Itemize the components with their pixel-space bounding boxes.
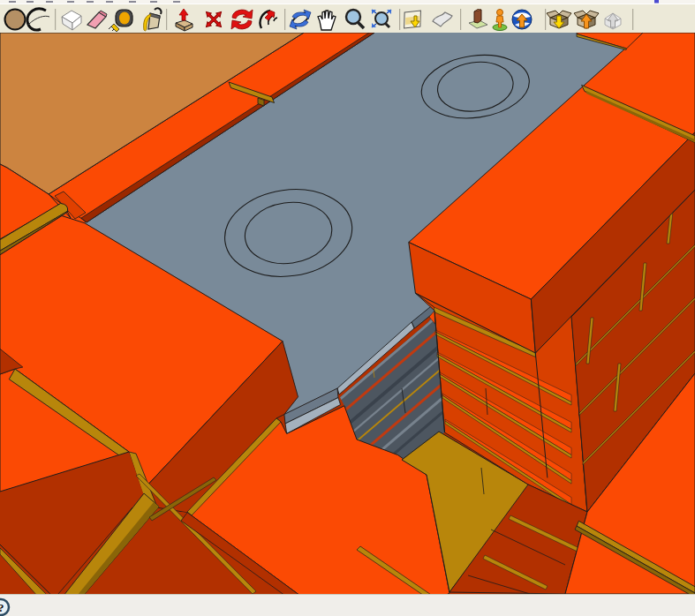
svg-text:?: ? [0,601,4,614]
